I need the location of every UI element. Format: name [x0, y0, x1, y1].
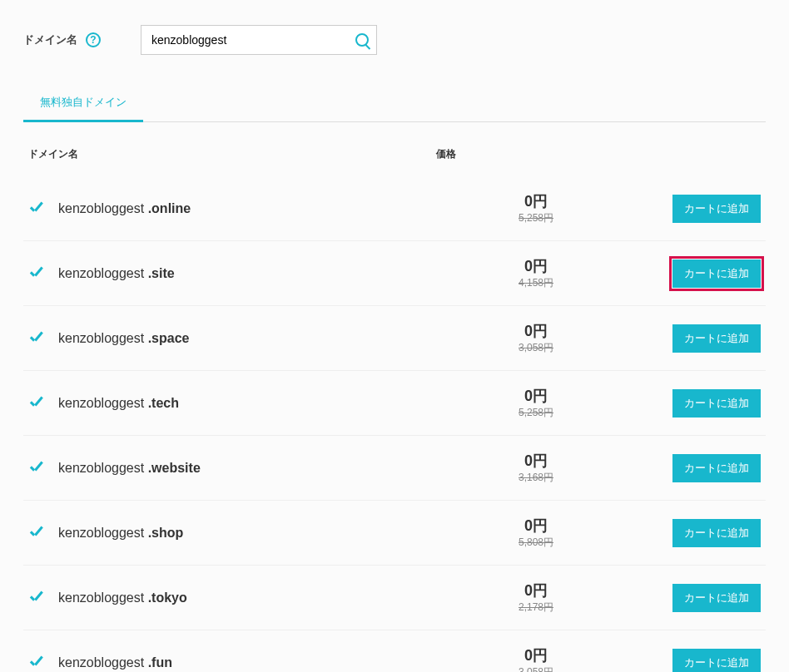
domain-ext: .website: [148, 461, 201, 475]
search-box: [141, 25, 377, 55]
price-current: 0円: [469, 581, 603, 600]
price-cell: 0円3,168円: [469, 451, 603, 485]
domain-base: kenzobloggest: [58, 655, 148, 670]
domain-name: kenzobloggest .website: [58, 461, 469, 476]
domain-ext: .space: [148, 331, 190, 345]
action-cell: カートに追加: [603, 324, 761, 353]
check-icon: [28, 525, 45, 541]
domain-name: kenzobloggest .fun: [58, 655, 469, 670]
price-original: 3,168円: [469, 471, 603, 485]
price-original: 5,808円: [469, 536, 603, 550]
price-current: 0円: [469, 256, 603, 276]
header-domain: ドメイン名: [28, 147, 436, 161]
action-cell: カートに追加: [603, 649, 761, 673]
price-cell: 0円4,158円: [469, 256, 603, 290]
domain-name: kenzobloggest .space: [58, 331, 469, 346]
domain-name: kenzobloggest .tech: [58, 396, 469, 411]
check-icon: [28, 330, 45, 347]
price-current: 0円: [469, 645, 603, 665]
action-cell: カートに追加: [603, 584, 761, 612]
add-to-cart-button[interactable]: カートに追加: [672, 195, 761, 223]
available-check: [28, 525, 58, 541]
domain-ext: .site: [148, 266, 175, 280]
domain-base: kenzobloggest: [58, 396, 148, 410]
action-cell: カートに追加: [603, 519, 761, 547]
available-check: [28, 395, 58, 412]
help-icon[interactable]: ?: [86, 32, 101, 47]
tab-free-domain[interactable]: 無料独自ドメイン: [23, 85, 143, 122]
table-row: kenzobloggest .tokyo0円2,178円カートに追加: [23, 566, 766, 630]
add-to-cart-button[interactable]: カートに追加: [672, 584, 761, 612]
check-icon: [28, 395, 45, 412]
domain-ext: .shop: [148, 526, 184, 540]
check-icon: [28, 590, 45, 606]
price-cell: 0円3,058円: [469, 321, 603, 355]
domain-ext: .online: [148, 201, 191, 215]
price-original: 3,058円: [469, 665, 603, 672]
search-label: ドメイン名: [23, 32, 77, 47]
search-icon: [355, 33, 369, 47]
price-current: 0円: [469, 191, 603, 211]
domain-base: kenzobloggest: [58, 266, 148, 280]
domain-base: kenzobloggest: [58, 331, 148, 345]
available-check: [28, 655, 58, 671]
domain-name: kenzobloggest .shop: [58, 526, 469, 541]
check-icon: [28, 265, 45, 282]
price-original: 5,258円: [469, 406, 603, 420]
domain-name: kenzobloggest .site: [58, 266, 469, 281]
price-cell: 0円2,178円: [469, 581, 603, 615]
search-row: ドメイン名 ?: [23, 25, 766, 55]
price-current: 0円: [469, 516, 603, 536]
add-to-cart-button[interactable]: カートに追加: [672, 454, 761, 482]
price-current: 0円: [469, 321, 603, 341]
domain-name: kenzobloggest .tokyo: [58, 590, 469, 605]
available-check: [28, 200, 58, 217]
table-row: kenzobloggest .site0円4,158円カートに追加: [23, 241, 766, 306]
domain-ext: .tokyo: [148, 590, 187, 605]
table-row: kenzobloggest .website0円3,168円カートに追加: [23, 436, 766, 501]
add-to-cart-button[interactable]: カートに追加: [672, 649, 761, 673]
domain-ext: .fun: [148, 655, 172, 670]
available-check: [28, 590, 58, 606]
price-current: 0円: [469, 451, 603, 471]
table-row: kenzobloggest .fun0円3,058円カートに追加: [23, 630, 766, 672]
add-to-cart-button[interactable]: カートに追加: [672, 519, 761, 547]
available-check: [28, 460, 58, 477]
price-cell: 0円5,808円: [469, 516, 603, 550]
table-row: kenzobloggest .online0円5,258円カートに追加: [23, 176, 766, 241]
add-to-cart-button[interactable]: カートに追加: [672, 389, 761, 418]
available-check: [28, 265, 58, 282]
action-cell: カートに追加: [603, 454, 761, 482]
domain-base: kenzobloggest: [58, 461, 148, 475]
price-cell: 0円5,258円: [469, 386, 603, 420]
search-button[interactable]: [347, 25, 377, 55]
price-original: 2,178円: [469, 600, 603, 615]
table-row: kenzobloggest .shop0円5,808円カートに追加: [23, 501, 766, 566]
price-current: 0円: [469, 386, 603, 406]
action-cell: カートに追加: [603, 389, 761, 418]
action-cell: カートに追加: [603, 259, 761, 288]
check-icon: [28, 655, 45, 671]
header-price: 価格: [436, 147, 486, 161]
add-to-cart-button[interactable]: カートに追加: [672, 324, 761, 353]
domain-base: kenzobloggest: [58, 590, 148, 605]
domain-base: kenzobloggest: [58, 526, 148, 540]
domain-name: kenzobloggest .online: [58, 201, 469, 216]
action-cell: カートに追加: [603, 195, 761, 223]
check-icon: [28, 460, 45, 477]
table-row: kenzobloggest .tech0円5,258円カートに追加: [23, 371, 766, 436]
results-list: kenzobloggest .online0円5,258円カートに追加kenzo…: [23, 176, 766, 672]
price-cell: 0円3,058円: [469, 645, 603, 672]
table-header: ドメイン名 価格: [23, 147, 766, 176]
tabs: 無料独自ドメイン: [23, 85, 766, 122]
price-original: 3,058円: [469, 341, 603, 355]
check-icon: [28, 200, 45, 217]
available-check: [28, 330, 58, 347]
table-row: kenzobloggest .space0円3,058円カートに追加: [23, 306, 766, 371]
price-original: 4,158円: [469, 276, 603, 290]
price-original: 5,258円: [469, 211, 603, 225]
add-to-cart-button[interactable]: カートに追加: [672, 259, 761, 288]
price-cell: 0円5,258円: [469, 191, 603, 225]
domain-base: kenzobloggest: [58, 201, 148, 215]
search-input[interactable]: [141, 25, 377, 55]
